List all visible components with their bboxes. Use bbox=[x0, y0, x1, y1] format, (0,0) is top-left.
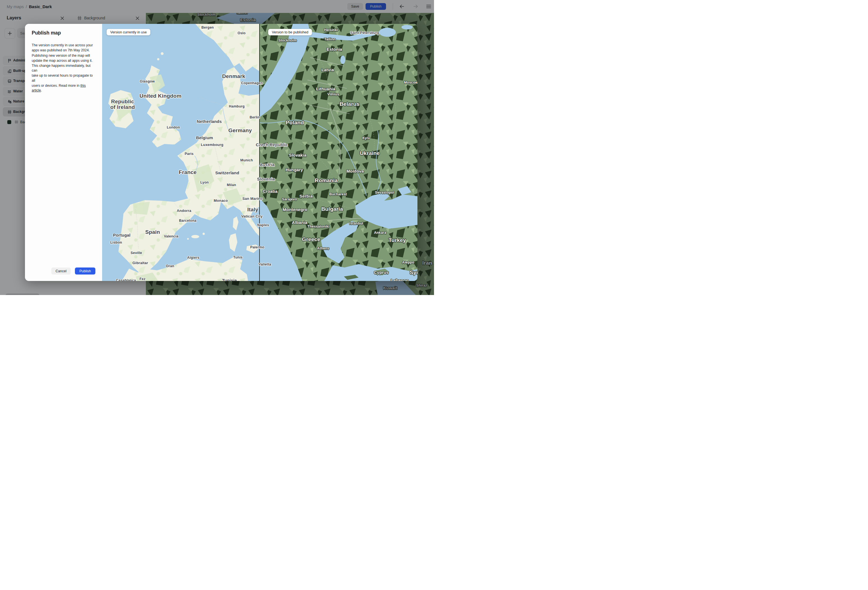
dialog-paragraph-2-period: . bbox=[41, 89, 42, 92]
compare-split-divider[interactable] bbox=[259, 24, 260, 281]
dialog-paragraph-2-text: Publishing new version of the map will u… bbox=[32, 53, 93, 87]
map-pane-current-version[interactable] bbox=[102, 24, 260, 281]
dialog-paragraph-1: The version currently in use across your… bbox=[32, 43, 97, 53]
new-version-badge: Version to be published bbox=[268, 29, 312, 35]
publish-map-modal: Publish map The version currently in use… bbox=[25, 24, 418, 281]
version-compare-area[interactable]: BergenOsloGlasgowUnited KingdomRepublic … bbox=[102, 24, 418, 281]
dialog-paragraph-2: Publishing new version of the map will u… bbox=[32, 53, 97, 93]
app-window: My maps / Basic_Dark Save Publish Layers… bbox=[0, 0, 434, 295]
map-pane-new-version[interactable] bbox=[260, 24, 418, 281]
current-version-badge: Version currently in use bbox=[106, 29, 151, 35]
cancel-button[interactable]: Cancel bbox=[51, 268, 71, 275]
publish-button-dialog[interactable]: Publish bbox=[75, 268, 95, 275]
dialog-title: Publish map bbox=[32, 30, 61, 36]
publish-dialog: Publish map The version currently in use… bbox=[25, 24, 102, 281]
